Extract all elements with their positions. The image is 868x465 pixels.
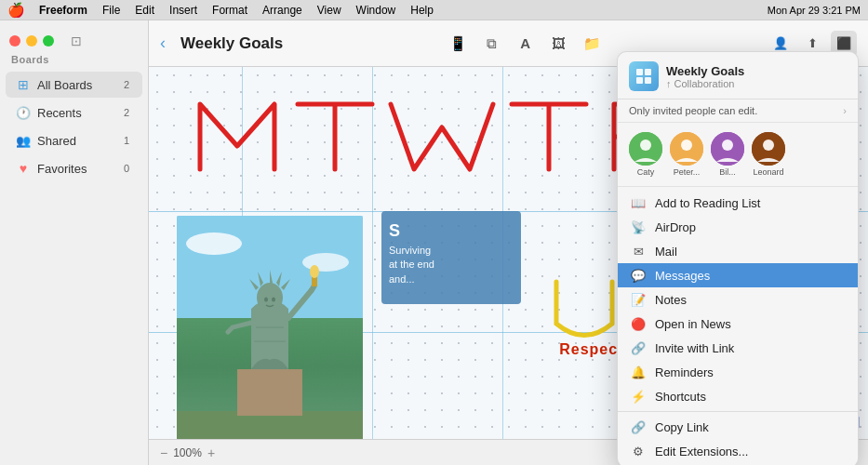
menu-label-copy-link: Copy Link (655, 420, 709, 434)
menu-label-news: Open in News (655, 317, 731, 331)
plus-icon[interactable]: + (207, 445, 215, 460)
svg-rect-24 (636, 77, 643, 84)
toolbar-copy-icon[interactable]: ⧉ (479, 31, 505, 57)
menu-open-in-news[interactable]: 🔴 Open in News (618, 312, 858, 336)
avatar-peter[interactable]: Peter... (670, 132, 703, 177)
u-shape (542, 272, 626, 351)
menu-help[interactable]: Help (406, 4, 438, 17)
menu-reminders[interactable]: 🔔 Reminders (618, 360, 858, 384)
sidebar-label-all-boards: All Boards (37, 78, 120, 92)
menu-messages[interactable]: 💬 Messages (618, 263, 858, 287)
toolbar-image-icon[interactable]: 🖼 (546, 31, 572, 57)
avatar-label-leonard: Leonard (753, 167, 783, 177)
menu-freeform[interactable]: Freeform (34, 4, 92, 17)
mail-icon: ✉ (631, 244, 646, 259)
zoom-control: 100% (173, 446, 202, 459)
avatar-bil[interactable]: Bil... (711, 132, 744, 177)
maximize-button[interactable] (43, 35, 54, 46)
avatar-caty[interactable]: Caty (629, 132, 662, 177)
avatar-leonard[interactable]: Leonard (752, 132, 785, 177)
close-button[interactable] (9, 35, 20, 46)
svg-point-27 (640, 140, 651, 151)
page-title: Weekly Goals (180, 34, 283, 53)
menu-copy-link[interactable]: 🔗 Copy Link (618, 415, 858, 439)
popover-titles: Weekly Goals ↑ Collaboration (666, 64, 744, 89)
svg-point-11 (272, 298, 275, 302)
menu-bar: 🍎 Freeform File Edit Insert Format Arran… (0, 0, 868, 20)
sidebar-item-recents[interactable]: 🕐 Recents 2 (6, 100, 142, 126)
statue-of-liberty-image (177, 216, 363, 439)
sidebar-label-recents: Recents (37, 106, 120, 120)
all-boards-icon: ⊞ (15, 76, 32, 93)
toolbar-folder-icon[interactable]: 📁 (580, 31, 606, 57)
menu-add-reading-list[interactable]: 📖 Add to Reading List (618, 191, 858, 215)
sidebar-expand-icon[interactable]: ⊡ (71, 33, 82, 48)
sidebar-label-shared: Shared (37, 134, 120, 148)
menu-label-notes: Notes (655, 293, 687, 307)
menu-window[interactable]: Window (352, 4, 401, 17)
sidebar-label-favorites: Favorites (37, 162, 120, 176)
sidebar-badge-favorites: 0 (120, 163, 133, 174)
traffic-lights (9, 35, 54, 46)
menu-mail[interactable]: ✉ Mail (618, 239, 858, 263)
apple-menu[interactable]: 🍎 (7, 2, 25, 19)
sidebar-header: Boards (0, 50, 148, 71)
minimize-button[interactable] (26, 35, 37, 46)
avatar-label-bil: Bil... (719, 167, 736, 177)
avatar-label-peter: Peter... (674, 167, 701, 177)
messages-icon: 💬 (631, 268, 646, 283)
menu-bar-time: Mon Apr 29 3:21 PM (768, 5, 861, 16)
toolbar-left: ‹ Weekly Goals (160, 33, 283, 53)
menu-notes[interactable]: 📝 Notes (618, 287, 858, 312)
svg-point-31 (722, 140, 733, 151)
sidebar-item-shared[interactable]: 👥 Shared 1 (6, 127, 142, 153)
menu-label-airdrop: AirDrop (655, 220, 696, 234)
menu-format[interactable]: Format (207, 4, 252, 17)
invite-link-icon: 🔗 (631, 340, 646, 355)
svg-rect-4 (237, 369, 302, 416)
airdrop-icon: 📡 (631, 219, 646, 234)
chevron-right-icon: › (843, 105, 847, 116)
popover-header: Weekly Goals ↑ Collaboration (618, 52, 858, 100)
menu-airdrop[interactable]: 📡 AirDrop (618, 215, 858, 239)
sidebar: ⊡ Boards ⊞ All Boards 2 🕐 Recents 2 👥 Sh… (0, 20, 149, 465)
blue-text-box: S Survivingat the endand... (381, 211, 521, 304)
svg-point-10 (264, 298, 268, 302)
back-button[interactable]: ‹ (160, 33, 166, 53)
toolbar-phone-icon[interactable]: 📱 (446, 31, 472, 57)
menu-shortcuts[interactable]: ⚡ Shortcuts (618, 384, 858, 408)
toolbar-text-icon[interactable]: A (513, 31, 539, 57)
zoom-level: 100% (173, 446, 202, 459)
popover-separator (618, 411, 858, 412)
popover-avatars: Caty Peter... Bil... (618, 123, 858, 187)
invite-text: Only invited people can edit. (629, 105, 757, 116)
menu-edit[interactable]: Edit (130, 4, 159, 17)
popover-menu: 📖 Add to Reading List 📡 AirDrop ✉ Mail 💬… (618, 187, 858, 465)
svg-rect-23 (645, 69, 651, 75)
svg-point-2 (302, 253, 349, 272)
svg-point-1 (186, 232, 242, 255)
reading-list-icon: 📖 (631, 195, 646, 210)
avatar-label-caty: Caty (637, 167, 655, 177)
sidebar-item-all-boards[interactable]: ⊞ All Boards 2 (6, 72, 142, 98)
copy-link-icon: 🔗 (631, 419, 646, 434)
popover-app-icon (629, 61, 659, 91)
svg-rect-25 (645, 77, 651, 84)
sidebar-badge-recents: 2 (120, 107, 133, 118)
menu-label-shortcuts: Shortcuts (655, 390, 706, 404)
menu-label-invite-link: Invite with Link (655, 341, 734, 355)
favorites-icon: ♥ (15, 160, 32, 177)
menu-edit-extensions[interactable]: ⚙ Edit Extensions... (618, 439, 858, 463)
sidebar-badge-all-boards: 2 (120, 79, 133, 90)
reminders-icon: 🔔 (631, 365, 646, 379)
menu-view[interactable]: View (313, 4, 346, 17)
menu-arrange[interactable]: Arrange (258, 4, 307, 17)
svg-point-33 (763, 140, 774, 151)
menu-invite-link[interactable]: 🔗 Invite with Link (618, 336, 858, 360)
menu-label-mail: Mail (655, 245, 677, 259)
minus-icon[interactable]: − (160, 445, 167, 460)
menu-insert[interactable]: Insert (165, 4, 202, 17)
svg-rect-22 (636, 69, 643, 75)
menu-file[interactable]: File (98, 4, 125, 17)
sidebar-item-favorites[interactable]: ♥ Favorites 0 (6, 155, 142, 181)
